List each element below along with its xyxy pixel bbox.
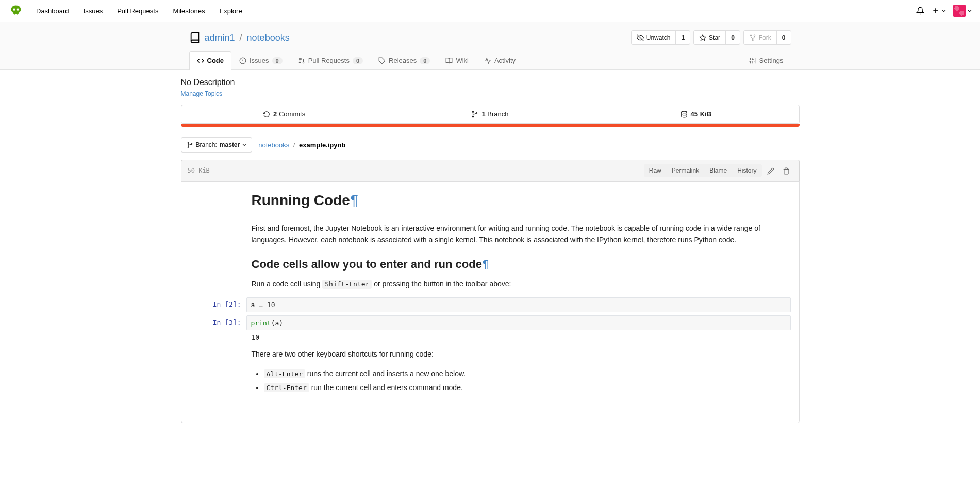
stats-bar: 2 Commits 1 Branch 45 KiB [181,105,800,124]
nb-heading-1: Running Code¶ [252,192,791,213]
branch-selector[interactable]: Branch: master [181,137,253,153]
watch-label: Unwatch [646,34,671,41]
user-menu[interactable] [953,5,972,17]
file-header: 50 KiB Raw Permalink Blame History [181,160,800,181]
star-label: Star [709,34,720,41]
anchor-link-icon[interactable]: ¶ [483,258,489,271]
raw-button[interactable]: Raw [644,164,667,177]
tab-activity[interactable]: Activity [476,51,523,70]
svg-point-1 [17,8,19,11]
svg-point-13 [299,58,300,59]
blame-button[interactable]: Blame [704,164,732,177]
nb-paragraph: There are two other keyboard shortcuts f… [252,348,791,360]
repo-size: 45 KiB [691,110,711,118]
watch-button[interactable]: Unwatch 1 [631,30,690,45]
repo-name-link[interactable]: notebooks [247,32,290,43]
star-button[interactable]: Star 0 [693,30,740,45]
tab-wiki[interactable]: Wiki [438,51,476,70]
notifications-icon[interactable] [916,7,924,15]
nav-links: Dashboard Issues Pull Requests Milestone… [30,2,248,20]
tab-settings[interactable]: Settings [741,51,791,70]
tab-wiki-label: Wiki [456,57,469,64]
stat-commits[interactable]: 2 Commits [181,105,387,123]
svg-point-14 [303,62,304,63]
fork-count: 0 [776,31,791,44]
file-size: 50 KiB [188,167,210,174]
nb-paragraph: Run a code cell using Shift-Enter or pre… [252,278,791,290]
create-menu[interactable] [932,7,946,15]
tab-releases[interactable]: Releases 0 [371,51,438,70]
nb-paragraph: First and foremost, the Jupyter Notebook… [252,223,791,246]
tab-releases-count: 0 [420,57,430,64]
tab-pulls[interactable]: Pull Requests 0 [290,51,371,70]
file-view-buttons: Raw Permalink Blame History [644,164,762,177]
commits-label: Commits [277,110,305,118]
tab-code-label: Code [207,57,224,64]
list-item: Alt-Enter runs the current cell and inse… [264,367,791,381]
nav-issues[interactable]: Issues [77,2,109,20]
history-button[interactable]: History [732,164,761,177]
tab-releases-label: Releases [389,57,417,64]
svg-marker-5 [700,35,706,40]
svg-point-29 [188,142,189,143]
svg-point-8 [752,40,753,41]
tab-issues-count: 0 [272,57,283,64]
inline-code: Shift-Enter [322,280,372,289]
code-output: 10 [252,333,791,341]
language-bar [181,124,800,127]
nav-explore[interactable]: Explore [213,2,248,20]
stat-size: 45 KiB [593,105,799,123]
tab-code[interactable]: Code [189,51,232,70]
anchor-link-icon[interactable]: ¶ [351,192,358,208]
nav-dashboard[interactable]: Dashboard [30,2,75,20]
svg-point-25 [473,111,474,112]
manage-topics-link[interactable]: Manage Topics [181,90,223,97]
nav-pull-requests[interactable]: Pull Requests [111,2,164,20]
tab-activity-label: Activity [494,57,516,64]
star-count: 0 [725,31,740,44]
repo-header: admin1 / notebooks Unwatch 1 Star [0,22,980,70]
repo-description: No Description [181,78,800,87]
delete-icon[interactable] [779,164,793,177]
branch-label: Branch [486,110,509,118]
repo-icon [189,32,201,43]
svg-point-28 [681,111,687,113]
repo-owner-link[interactable]: admin1 [205,32,235,43]
fork-button[interactable]: Fork 0 [743,30,791,45]
breadcrumb: notebooks / example.ipynb [258,141,345,149]
svg-point-27 [473,116,474,117]
tab-pulls-label: Pull Requests [308,57,350,64]
branch-name: master [220,141,240,148]
permalink-button[interactable]: Permalink [667,164,704,177]
edit-icon[interactable] [764,164,777,177]
code-input: print(a) [246,315,791,330]
code-input: a = 10 [246,297,791,312]
crumb-file: example.ipynb [299,141,345,149]
input-prompt: In [3]: [190,315,246,326]
file-content: Running Code¶ First and foremost, the Ju… [181,181,800,423]
fork-label: Fork [759,34,771,41]
tab-issues[interactable]: Issues 0 [231,51,290,70]
repo-tabs: Code Issues 0 Pull Requests 0 Releases 0… [189,51,791,69]
branch-count: 1 [481,110,485,118]
repo-title: admin1 / notebooks [205,32,290,43]
code-cell: In [3]: print(a) [190,315,791,330]
avatar [953,5,966,17]
stat-branches[interactable]: 1 Branch [387,105,593,123]
nb-list: Alt-Enter runs the current cell and inse… [264,367,791,394]
svg-point-31 [188,146,189,147]
inline-code: Ctrl-Enter [264,383,309,392]
branch-prefix: Branch: [196,141,217,148]
svg-point-7 [754,35,755,36]
crumb-root[interactable]: notebooks [258,141,289,149]
watch-count: 1 [675,31,690,44]
site-logo[interactable] [8,3,24,19]
svg-point-6 [750,35,751,36]
tab-issues-label: Issues [250,57,269,64]
code-cell: In [2]: a = 10 [190,297,791,312]
nb-heading-2: Code cells allow you to enter and run co… [252,258,791,271]
tab-settings-label: Settings [759,57,784,64]
top-navbar: Dashboard Issues Pull Requests Milestone… [0,0,980,22]
nav-milestones[interactable]: Milestones [167,2,211,20]
input-prompt: In [2]: [190,297,246,308]
